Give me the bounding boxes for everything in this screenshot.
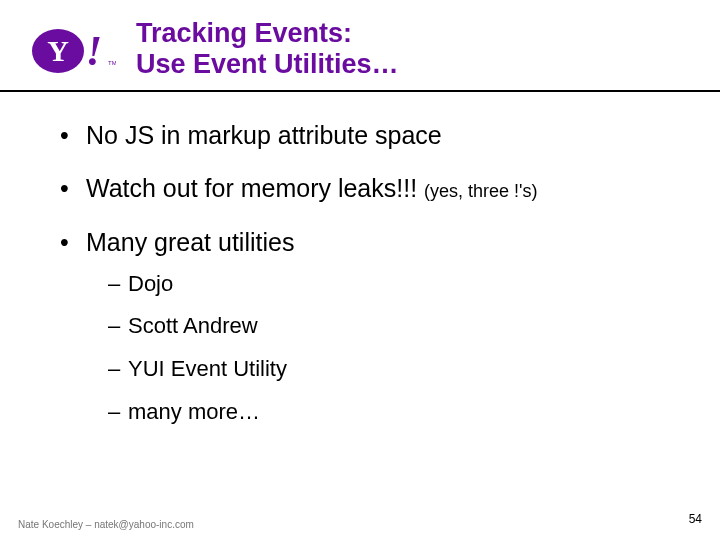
bullet-2-note: (yes, three !'s) xyxy=(424,181,537,201)
bullet-1: No JS in markup attribute space xyxy=(60,120,660,151)
slide-content: No JS in markup attribute space Watch ou… xyxy=(0,92,720,426)
slide-title: Tracking Events: Use Event Utilities… xyxy=(136,18,399,80)
bullet-2: Watch out for memory leaks!!! (yes, thre… xyxy=(60,173,660,204)
slide-header: Y ! TM Tracking Events: Use Event Utilit… xyxy=(0,0,720,92)
sub-bullet-3: YUI Event Utility xyxy=(108,355,660,384)
logo-tm: TM xyxy=(108,60,116,66)
bullet-3: Many great utilities Dojo Scott Andrew Y… xyxy=(60,227,660,427)
sub-bullet-2: Scott Andrew xyxy=(108,312,660,341)
slide: Y ! TM Tracking Events: Use Event Utilit… xyxy=(0,0,720,540)
bullet-2-text: Watch out for memory leaks!!! xyxy=(86,174,424,202)
logo-letter: Y xyxy=(47,34,69,67)
title-line-1: Tracking Events: xyxy=(136,18,399,49)
sub-bullet-list: Dojo Scott Andrew YUI Event Utility many… xyxy=(86,270,660,426)
logo-bang: ! xyxy=(86,28,102,74)
yahoo-logo: Y ! TM xyxy=(20,21,116,77)
yahoo-logo-icon: Y ! TM xyxy=(20,21,116,77)
sub-bullet-1: Dojo xyxy=(108,270,660,299)
title-line-2: Use Event Utilities… xyxy=(136,49,399,80)
page-number: 54 xyxy=(689,512,702,526)
bullet-list: No JS in markup attribute space Watch ou… xyxy=(60,120,660,426)
footer-author: Nate Koechley – natek@yahoo-inc.com xyxy=(18,519,194,530)
sub-bullet-4: many more… xyxy=(108,398,660,427)
bullet-3-text: Many great utilities xyxy=(86,228,294,256)
